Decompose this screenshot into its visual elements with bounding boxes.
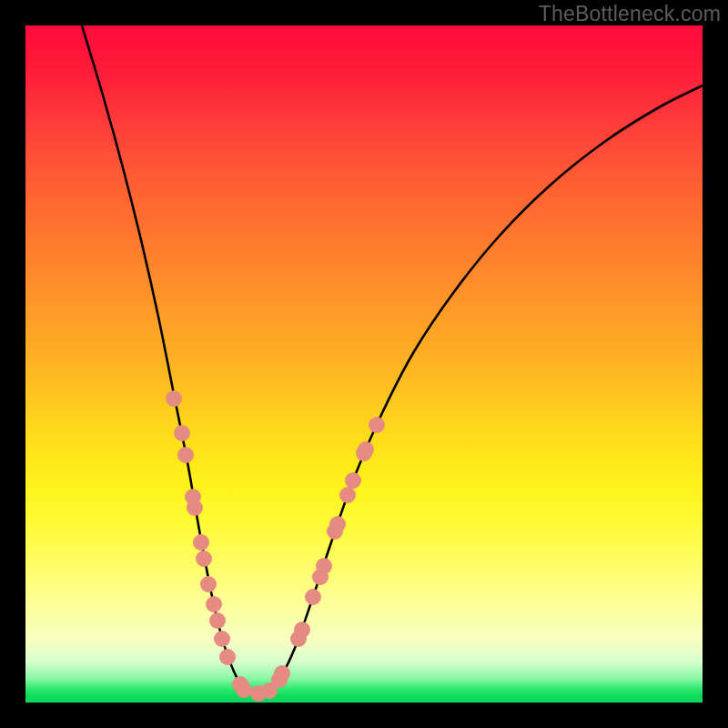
marker-dot xyxy=(193,534,209,551)
marker-dot xyxy=(339,487,356,503)
marker-dot xyxy=(369,417,385,433)
marker-dot xyxy=(345,472,361,489)
watermark-text: TheBottleneck.com xyxy=(539,2,721,26)
marker-dot xyxy=(329,516,346,532)
marker-dot xyxy=(236,682,252,698)
marker-dot xyxy=(209,612,226,629)
marker-dots xyxy=(166,390,385,702)
marker-dot xyxy=(174,425,190,441)
marker-dot xyxy=(166,390,182,407)
marker-dot xyxy=(316,558,332,574)
marker-dot xyxy=(200,576,217,592)
curve-group xyxy=(82,25,703,694)
marker-dot xyxy=(274,665,290,682)
marker-dot xyxy=(206,596,222,612)
marker-dot xyxy=(214,631,230,647)
bottleneck-curve xyxy=(82,25,703,694)
marker-dot xyxy=(196,551,212,567)
marker-dot xyxy=(305,589,321,605)
chart-svg xyxy=(25,25,703,703)
marker-dot xyxy=(358,441,374,458)
marker-dot xyxy=(177,447,194,463)
marker-dot xyxy=(219,649,236,665)
chart-frame: TheBottleneck.com xyxy=(0,0,728,728)
plot-area xyxy=(25,25,703,703)
marker-dot xyxy=(294,622,310,638)
marker-dot xyxy=(187,500,203,516)
